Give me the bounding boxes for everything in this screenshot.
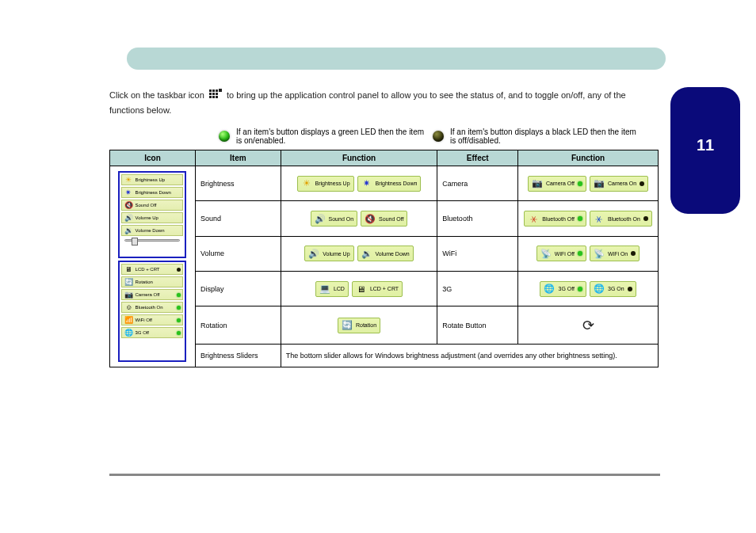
item-cell: Display <box>195 272 281 306</box>
section-title-pill <box>127 48 666 70</box>
3g-on-button[interactable]: 🌐3G On <box>590 281 636 297</box>
svg-rect-0 <box>209 89 212 92</box>
function-cell: 🔄Rotation <box>281 306 437 344</box>
function-cell: 🔊Volume Up 🔉Volume Down <box>281 236 437 271</box>
svg-rect-4 <box>209 93 212 95</box>
volume-up-button[interactable]: 🔊Volume Up <box>304 246 353 261</box>
th-effect: Effect <box>437 150 518 166</box>
panel-mini-row: 🌐3G Off <box>121 327 183 338</box>
camera-icon: 📷 <box>592 177 606 190</box>
svg-rect-3 <box>219 89 222 92</box>
svg-rect-6 <box>216 93 218 95</box>
function2-cell: ⚹Bluetooth Off ⚹Bluetooth On <box>518 201 659 236</box>
bluetooth-icon: ⚹ <box>526 212 540 225</box>
item-cell: Brightness Sliders <box>195 344 281 367</box>
led-green-icon <box>219 131 230 142</box>
volume-down-icon: 🔉 <box>360 247 374 260</box>
function-cell: 💻LCD 🖥LCD + CRT <box>281 272 437 306</box>
panel-mini-row: 🖥LCD + CRT <box>121 264 183 275</box>
rotate-screen-icon: ⟳ <box>523 317 653 334</box>
table-row: ☀Brightness Up✷Brightness Down🔇Sound Off… <box>110 166 659 201</box>
effect-cell: Rotate Button <box>437 306 518 344</box>
item-cell: Rotation <box>195 306 281 344</box>
lcd-crt-button[interactable]: 🖥LCD + CRT <box>352 281 403 297</box>
panel-top-frame: ☀Brightness Up✷Brightness Down🔇Sound Off… <box>118 171 186 258</box>
camera-icon: 📷 <box>530 177 544 190</box>
rotation-button[interactable]: 🔄Rotation <box>338 318 380 333</box>
status-dot-icon <box>578 181 582 186</box>
status-dot-icon <box>578 251 582 256</box>
function-cell: 🔊Sound On 🔇Sound Off <box>281 201 437 236</box>
monitor-icon: 🖥 <box>354 283 368 295</box>
status-dot-icon <box>643 216 648 221</box>
taskbar-icon <box>208 89 223 104</box>
globe-icon: 🌐 <box>592 283 606 295</box>
panel-mini-row: 🔉Volume Down <box>121 225 183 236</box>
brightness-down-button[interactable]: ✷Brightness Down <box>357 176 422 192</box>
footer-rule <box>109 474 660 476</box>
function2-cell: ⟳ <box>518 306 659 344</box>
function2-cell: 📷Camera Off 📷Camera On <box>518 166 659 201</box>
lcd-button[interactable]: 💻LCD <box>315 281 349 297</box>
antenna-icon: 📡 <box>592 247 606 260</box>
effect-cell: 3G <box>437 272 518 306</box>
table-header-row: Icon Item Function Effect Function <box>110 150 659 166</box>
sound-off-button[interactable]: 🔇Sound Off <box>361 211 407 227</box>
mini-slider <box>124 239 180 242</box>
function2-cell: 📡WiFi Off 📡WiFi On <box>518 236 659 271</box>
brightness-up-button[interactable]: ☀Brightness Up <box>297 176 354 192</box>
bluetooth-icon: ⚹ <box>592 212 606 225</box>
legend-black-text: If an item's button displays a black LED… <box>450 128 640 145</box>
th-function2: Function <box>518 150 659 166</box>
effect-cell: Camera <box>437 166 518 201</box>
panel-mini-row: ☀Brightness Up <box>121 174 183 185</box>
legend-green-text: If an item's button displays a green LED… <box>236 128 426 145</box>
svg-rect-8 <box>212 96 215 98</box>
sun-dark-icon: ✷ <box>360 177 374 190</box>
panel-mini-row: 🔊Volume Up <box>121 212 183 223</box>
status-dot-icon <box>631 251 636 256</box>
volume-up-icon: 🔊 <box>307 247 321 260</box>
camera-off-button[interactable]: 📷Camera Off <box>528 176 586 192</box>
th-icon: Icon <box>110 150 196 166</box>
intro-paragraph: Click on the taskbar icon to bring up th… <box>109 89 640 116</box>
effect-cell: WiFi <box>437 236 518 271</box>
led-dark-icon <box>433 131 444 142</box>
bluetooth-on-button[interactable]: ⚹Bluetooth On <box>590 211 652 227</box>
bluetooth-off-button[interactable]: ⚹Bluetooth Off <box>524 211 586 227</box>
item-cell: Sound <box>195 201 281 236</box>
slider-desc-cell: The bottom slider allows for Windows bri… <box>281 344 658 367</box>
th-item: Item <box>195 150 281 166</box>
svg-rect-1 <box>212 89 215 92</box>
panel-thumbnail-cell: ☀Brightness Up✷Brightness Down🔇Sound Off… <box>110 166 196 367</box>
volume-down-button[interactable]: 🔉Volume Down <box>357 246 414 261</box>
status-dot-icon <box>578 216 582 221</box>
chapter-side-tab: 11 <box>670 87 740 214</box>
panel-mini-row: 📶WiFi Off <box>121 314 183 326</box>
svg-rect-2 <box>216 89 218 92</box>
wifi-on-button[interactable]: 📡WiFi On <box>590 246 640 261</box>
panel-mini-row: ✷Brightness Down <box>121 187 183 198</box>
status-dot-icon <box>628 287 632 291</box>
laptop-icon: 💻 <box>318 283 332 295</box>
sun-icon: ☀ <box>300 177 314 190</box>
svg-rect-7 <box>209 96 212 98</box>
speaker-icon: 🔊 <box>313 212 327 225</box>
legend-row: If an item's button displays a green LED… <box>109 128 640 145</box>
status-dot-icon <box>578 287 582 291</box>
item-cell: Brightness <box>195 166 281 201</box>
function-table: Icon Item Function Effect Function ☀Brig… <box>109 150 659 367</box>
intro-text-before: Click on the taskbar icon <box>109 90 204 100</box>
speaker-mute-icon: 🔇 <box>363 212 377 225</box>
wifi-off-button[interactable]: 📡WiFi Off <box>536 246 586 261</box>
panel-mini-row: 🔄Rotation <box>121 276 183 287</box>
svg-rect-9 <box>216 96 218 98</box>
svg-rect-5 <box>212 93 215 95</box>
camera-on-button[interactable]: 📷Camera On <box>590 176 648 192</box>
3g-off-button[interactable]: 🌐3G Off <box>540 281 586 297</box>
rotate-icon: 🔄 <box>340 319 354 332</box>
item-cell: Volume <box>195 236 281 271</box>
effect-cell: Bluetooth <box>437 201 518 236</box>
function-cell: ☀Brightness Up ✷Brightness Down <box>281 166 437 201</box>
sound-on-button[interactable]: 🔊Sound On <box>311 211 358 227</box>
